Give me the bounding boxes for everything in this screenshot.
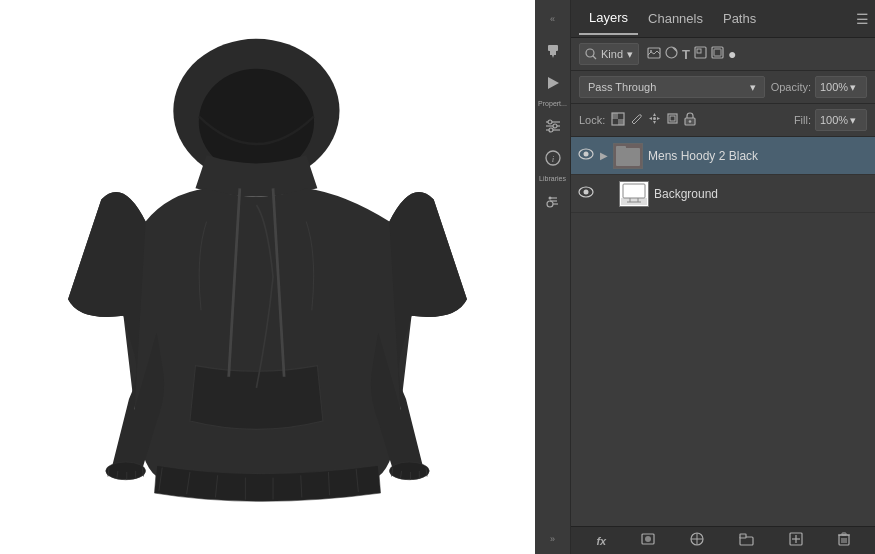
filter-color-icon[interactable]: ● xyxy=(728,46,736,62)
fill-label: Fill: xyxy=(794,114,811,126)
svg-rect-62 xyxy=(668,114,677,123)
lock-icons xyxy=(611,112,788,129)
layer-visibility-group[interactable] xyxy=(577,148,595,163)
svg-rect-53 xyxy=(612,119,618,125)
svg-rect-54 xyxy=(618,119,624,125)
svg-rect-90 xyxy=(842,533,846,535)
svg-marker-27 xyxy=(552,55,554,58)
svg-line-43 xyxy=(593,56,596,59)
svg-rect-84 xyxy=(740,534,746,538)
fill-value-text: 100% xyxy=(820,114,848,126)
new-group-btn[interactable] xyxy=(739,533,754,549)
svg-point-45 xyxy=(650,50,652,52)
tab-channels[interactable]: Channels xyxy=(638,3,713,34)
layer-expand-group[interactable]: ▶ xyxy=(600,150,608,161)
expand-btn[interactable]: » xyxy=(537,524,569,554)
svg-rect-52 xyxy=(618,113,624,119)
opacity-chevron: ▾ xyxy=(850,81,856,94)
svg-point-32 xyxy=(553,124,557,128)
svg-marker-57 xyxy=(653,113,656,116)
collapse-btn[interactable]: « xyxy=(537,4,569,34)
tab-paths[interactable]: Paths xyxy=(713,3,766,34)
layer-item-background[interactable]: Background xyxy=(571,175,875,213)
opacity-input[interactable]: 100% ▾ xyxy=(815,76,867,98)
tab-layers[interactable]: Layers xyxy=(579,2,638,35)
select-btn[interactable] xyxy=(537,68,569,98)
svg-point-61 xyxy=(653,117,656,120)
svg-rect-48 xyxy=(697,49,701,53)
fill-section: Fill: 100% ▾ xyxy=(794,109,867,131)
svg-point-19 xyxy=(389,462,429,480)
svg-line-56 xyxy=(632,122,634,124)
add-style-btn[interactable]: fx xyxy=(596,535,606,547)
lock-position-icon[interactable] xyxy=(648,112,661,128)
svg-point-34 xyxy=(549,128,553,132)
layers-panel: Layers Channels Paths ☰ Kind ▾ xyxy=(571,0,875,554)
panel-tabs: Layers Channels Paths ☰ xyxy=(571,0,875,38)
right-panel: « Propert... xyxy=(535,0,875,554)
lock-label: Lock: xyxy=(579,114,605,126)
fill-input[interactable]: 100% ▾ xyxy=(815,109,867,131)
lock-image-icon[interactable] xyxy=(630,112,643,128)
filter-icons: T ● xyxy=(647,46,736,62)
layer-name-background: Background xyxy=(654,187,869,201)
info-btn[interactable]: i xyxy=(537,143,569,173)
svg-rect-68 xyxy=(616,148,640,166)
filter-smart-icon[interactable] xyxy=(711,46,724,62)
svg-rect-25 xyxy=(548,45,558,51)
svg-rect-51 xyxy=(612,113,618,119)
lock-transparent-icon[interactable] xyxy=(611,112,625,129)
opacity-label: Opacity: xyxy=(771,81,811,93)
add-mask-btn[interactable] xyxy=(641,533,655,548)
blend-mode-label: Pass Through xyxy=(588,81,656,93)
filter-pixel-icon[interactable] xyxy=(647,47,661,62)
adjustments-btn[interactable] xyxy=(537,111,569,141)
layer-visibility-background[interactable] xyxy=(577,186,595,201)
svg-point-79 xyxy=(645,536,651,542)
svg-rect-69 xyxy=(616,146,626,150)
panel-menu-icon[interactable]: ☰ xyxy=(856,11,869,27)
hoodie-image xyxy=(0,0,535,554)
blend-mode-chevron: ▾ xyxy=(750,81,756,94)
svg-marker-28 xyxy=(548,77,559,89)
filter-adjustment-icon[interactable] xyxy=(665,46,678,62)
arrange-btn[interactable] xyxy=(537,186,569,216)
blend-row: Pass Through ▾ Opacity: 100% ▾ xyxy=(571,71,875,104)
fill-chevron: ▾ xyxy=(850,114,856,127)
svg-marker-59 xyxy=(649,117,652,120)
filter-shape-icon[interactable] xyxy=(694,46,707,62)
layer-name-group: Mens Hoody 2 Black xyxy=(648,149,869,163)
svg-rect-74 xyxy=(623,184,645,198)
add-fill-btn[interactable] xyxy=(690,532,704,549)
kind-chevron: ▾ xyxy=(627,48,633,61)
opacity-value-text: 100% xyxy=(820,81,848,93)
delete-layer-btn[interactable] xyxy=(838,532,850,549)
layer-item-group[interactable]: ▶ Mens Hoody 2 Black xyxy=(571,137,875,175)
tools-btn[interactable] xyxy=(537,36,569,66)
new-layer-btn[interactable] xyxy=(789,532,803,549)
opacity-section: Opacity: 100% ▾ xyxy=(771,76,867,98)
svg-point-65 xyxy=(689,120,692,123)
svg-point-37 xyxy=(547,201,553,207)
left-toolbar: « Propert... xyxy=(535,0,571,554)
layers-bottom: fx xyxy=(571,526,875,554)
filter-type-icon[interactable]: T xyxy=(682,47,690,62)
libraries-label: Libraries xyxy=(539,175,566,182)
svg-rect-26 xyxy=(550,51,556,55)
blend-mode-dropdown[interactable]: Pass Through ▾ xyxy=(579,76,765,98)
canvas-area xyxy=(0,0,535,554)
lock-artboard-icon[interactable] xyxy=(666,112,679,128)
svg-point-71 xyxy=(584,190,589,195)
layer-thumb-group xyxy=(613,143,643,169)
properties-label: Propert... xyxy=(538,100,567,107)
lock-all-icon[interactable] xyxy=(684,112,696,129)
svg-point-13 xyxy=(106,462,146,480)
kind-label: Kind xyxy=(601,48,623,60)
kind-dropdown[interactable]: Kind ▾ xyxy=(579,43,639,65)
svg-point-67 xyxy=(584,152,589,157)
svg-marker-60 xyxy=(657,117,660,120)
filter-row: Kind ▾ xyxy=(571,38,875,71)
layer-thumb-background xyxy=(619,181,649,207)
svg-marker-58 xyxy=(653,121,656,124)
svg-text:i: i xyxy=(551,154,554,164)
